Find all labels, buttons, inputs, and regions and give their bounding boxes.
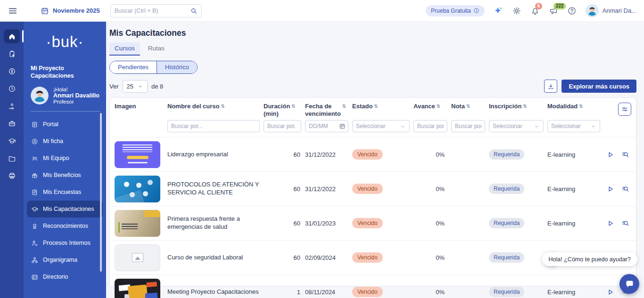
search-input[interactable] bbox=[115, 8, 190, 14]
ai-sparkle-icon[interactable] bbox=[494, 6, 503, 16]
segment-pendientes[interactable]: Pendientes bbox=[110, 61, 157, 73]
rail-time-icon[interactable] bbox=[4, 81, 20, 96]
sidebar-item-mis-capacitaciones[interactable]: Mis Capacitaciones bbox=[27, 201, 103, 217]
user-menu[interactable]: Anmari Da... bbox=[586, 4, 636, 17]
sort-icon[interactable] bbox=[579, 104, 583, 109]
sidebar-item-reconocimientos[interactable]: Reconocimientos bbox=[27, 217, 103, 234]
app-window: Noviembre 2025 Prueba Gratuita 6 222 bbox=[0, 0, 644, 298]
status-segmented-control: Pendientes Histórico bbox=[109, 61, 198, 74]
view-details-icon[interactable] bbox=[621, 151, 629, 159]
status-badge: Vencido bbox=[352, 149, 383, 160]
greeting: ¡Hola! bbox=[53, 87, 99, 92]
filter-nota-input[interactable] bbox=[451, 120, 485, 132]
play-course-icon[interactable] bbox=[606, 151, 614, 159]
column-settings-button[interactable] bbox=[618, 103, 631, 116]
download-button[interactable] bbox=[544, 80, 557, 93]
announcements-button[interactable]: 222 bbox=[549, 6, 558, 16]
global-search[interactable] bbox=[110, 4, 202, 17]
sidebar-item-directorio[interactable]: Directorio bbox=[27, 268, 103, 285]
course-due-date: 31/01/2023 bbox=[305, 220, 348, 227]
col-header-inscripcion: Inscripción bbox=[489, 103, 544, 110]
chevron-down-icon bbox=[400, 123, 406, 129]
help-icon[interactable] bbox=[567, 6, 577, 16]
play-course-icon[interactable] bbox=[606, 219, 614, 227]
sort-icon[interactable] bbox=[374, 104, 378, 109]
profile-card: ¡Hola! Anmari Davalillo Profesor bbox=[31, 87, 101, 105]
sidebar-item-label: Portal bbox=[43, 121, 58, 128]
rail-training-icon[interactable] bbox=[4, 134, 20, 148]
filter-duracion-input[interactable] bbox=[264, 120, 301, 132]
award-icon bbox=[31, 223, 38, 230]
chevron-down-icon bbox=[534, 123, 540, 129]
period-selector[interactable]: Noviembre 2025 bbox=[41, 7, 100, 15]
sidebar-item-label: Directorio bbox=[43, 274, 68, 280]
explore-courses-button[interactable]: Explorar más cursos bbox=[561, 80, 636, 93]
trial-badge[interactable]: Prueba Gratuita bbox=[426, 5, 485, 16]
course-modality: E-learning bbox=[547, 289, 600, 296]
table-row: PROTOCOLOS DE ATENCIÓN Y SERVICIO AL CLI… bbox=[110, 171, 636, 206]
course-name: Curso de seguridad Laboral bbox=[167, 254, 260, 262]
filter-fecha-input[interactable] bbox=[305, 120, 348, 132]
calendar-icon bbox=[41, 7, 49, 15]
sort-icon[interactable] bbox=[291, 104, 295, 109]
segment-historico[interactable]: Histórico bbox=[157, 61, 197, 73]
view-details-icon[interactable] bbox=[621, 185, 629, 193]
topbar-right: Prueba Gratuita 6 222 Anmari Da... bbox=[426, 4, 636, 17]
sidebar-item-portal[interactable]: Portal bbox=[27, 116, 103, 133]
sidebar-item-label: Organigrama bbox=[43, 257, 77, 263]
view-details-icon[interactable] bbox=[621, 219, 629, 227]
rail-documents-icon[interactable] bbox=[4, 151, 20, 165]
sidebar-scrollbar[interactable] bbox=[100, 113, 102, 272]
rail-assets-icon[interactable] bbox=[4, 169, 20, 183]
hamburger-menu-icon[interactable] bbox=[8, 6, 18, 16]
filter-nombre-input[interactable] bbox=[167, 120, 260, 132]
enrollment-badge: Requerida bbox=[489, 149, 524, 160]
filter-estado-select[interactable]: Seleccionar bbox=[352, 120, 410, 132]
filter-inscripcion-select[interactable]: Seleccionar bbox=[489, 120, 544, 132]
sort-icon[interactable] bbox=[342, 104, 346, 109]
course-duration: 60 bbox=[264, 151, 301, 158]
sidebar-item-procesos-internos[interactable]: Procesos Internos bbox=[27, 234, 103, 251]
course-progress: 0% bbox=[413, 254, 447, 261]
sidebar-item-mi-equipo[interactable]: Mi Equipo bbox=[27, 150, 103, 167]
play-course-icon[interactable] bbox=[606, 288, 614, 296]
tab-cursos[interactable]: Cursos bbox=[109, 42, 140, 56]
sidebar-item-mis-beneficios[interactable]: Mis Beneficios bbox=[27, 167, 103, 184]
course-name: PROTOCOLOS DE ATENCIÓN Y SERVICIO AL CLI… bbox=[167, 181, 260, 197]
sidebar-item-organigrama[interactable]: Organigrama bbox=[27, 251, 103, 268]
col-header-fecha: Fecha devencimiento bbox=[305, 103, 348, 117]
enrollment-badge: Requerida bbox=[489, 218, 524, 228]
rail-talent-icon[interactable] bbox=[4, 116, 20, 130]
notifications-button[interactable]: 6 bbox=[530, 6, 540, 16]
col-header-avance: Avance bbox=[413, 103, 447, 110]
sort-icon[interactable] bbox=[523, 104, 527, 109]
sort-icon[interactable] bbox=[437, 104, 440, 109]
col-header-estado: Estado bbox=[352, 103, 410, 110]
filter-modalidad-select[interactable]: Seleccionar bbox=[547, 120, 600, 132]
play-course-icon[interactable] bbox=[606, 185, 614, 193]
sidebar-item-mi-ficha[interactable]: Mi ficha bbox=[27, 133, 103, 150]
enrollment-badge: Requerida bbox=[489, 184, 524, 194]
tab-rutas[interactable]: Rutas bbox=[143, 42, 170, 56]
enrollment-badge: Requerida bbox=[489, 252, 524, 263]
chat-launcher-button[interactable] bbox=[619, 274, 639, 294]
rail-remunerations-icon[interactable] bbox=[4, 64, 20, 78]
sidebar-item-label: Mi ficha bbox=[43, 138, 63, 145]
rail-tasks-icon[interactable] bbox=[4, 47, 20, 61]
sort-icon[interactable] bbox=[221, 104, 225, 109]
page-size-select[interactable]: 25 bbox=[123, 80, 148, 93]
row-actions bbox=[604, 219, 631, 227]
table-row: Primera respuesta frente a emergencias d… bbox=[110, 206, 636, 240]
chat-greeting-bubble[interactable]: Hola! ¿Cómo te puedo ayudar? bbox=[542, 252, 637, 266]
rail-benefits-icon[interactable] bbox=[4, 99, 20, 113]
sidebar-item-mis-encuestas[interactable]: Mis Encuestas bbox=[27, 184, 103, 201]
survey-icon bbox=[31, 189, 38, 196]
avatar bbox=[31, 87, 49, 105]
sidebar-user-role: Profesor bbox=[53, 99, 99, 105]
settings-gear-icon[interactable] bbox=[512, 6, 521, 16]
course-duration: 1 bbox=[264, 289, 301, 296]
filter-avance-input[interactable] bbox=[413, 120, 447, 132]
sort-icon[interactable] bbox=[466, 104, 470, 109]
id-card-icon bbox=[31, 274, 38, 281]
rail-home-icon[interactable] bbox=[4, 29, 20, 43]
